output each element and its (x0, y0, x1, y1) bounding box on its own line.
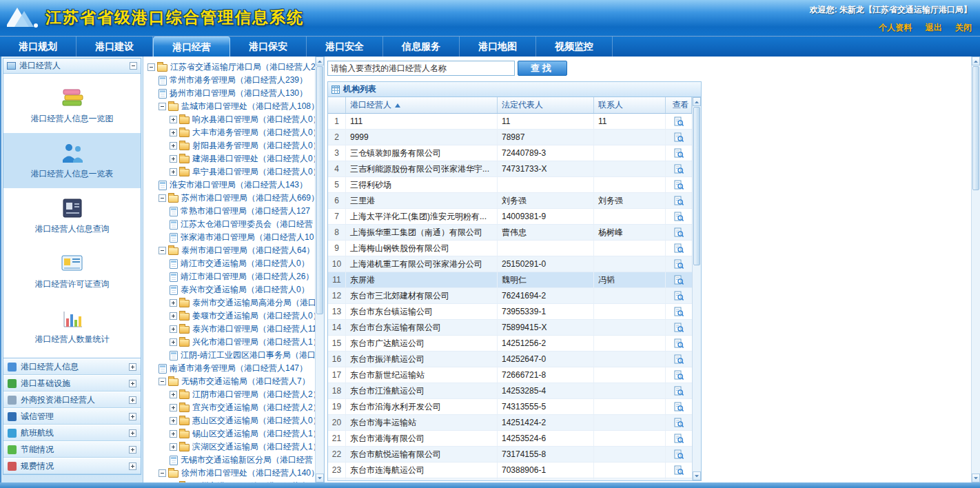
logout-link[interactable]: 退出 (926, 23, 942, 32)
tree-item[interactable]: 盐城市港口管理处（港口经营人108） (146, 100, 315, 113)
tree-item[interactable]: 惠山区交通运输局（港口经营人0） (146, 414, 315, 427)
view-icon[interactable] (674, 418, 684, 428)
table-row[interactable]: 16 东台市振洋航运公司 14252647-0 (328, 352, 692, 367)
scroll-thumb[interactable] (693, 107, 700, 265)
view-cell[interactable] (666, 177, 692, 192)
tree-expander-icon[interactable] (170, 430, 177, 438)
table-row[interactable]: 14 东台市台东运输有限公司 75899415-X (328, 320, 692, 336)
view-cell[interactable] (666, 478, 692, 480)
view-icon[interactable] (674, 370, 684, 380)
tree-item[interactable]: 阜宁县港口管理局（港口经营人0） (146, 165, 315, 179)
view-icon[interactable] (674, 465, 684, 476)
tree-expander-icon[interactable] (170, 338, 177, 346)
tree-item[interactable]: 张家港市港口管理局（港口经营人10 (146, 231, 315, 244)
view-cell[interactable] (666, 209, 692, 224)
table-row[interactable]: 8 上海振华重工集团（南通）有限公司 曹伟忠 杨树峰 (328, 225, 692, 241)
tree-scrollbar[interactable] (315, 57, 324, 482)
view-icon[interactable] (674, 243, 684, 254)
search-input[interactable] (327, 61, 515, 76)
view-cell[interactable] (666, 415, 692, 430)
view-cell[interactable] (666, 320, 692, 335)
table-row[interactable]: 7 上海太平洋化工(集团)淮安元明粉有... 14009381-9 (328, 209, 692, 225)
scroll-thumb[interactable] (316, 66, 323, 314)
view-icon[interactable] (674, 212, 684, 222)
table-row[interactable]: 4 三吉利能源股份有限公司张家港华宇... 74731733-X (328, 161, 692, 177)
view-icon[interactable] (674, 196, 684, 206)
expand-icon[interactable] (129, 396, 136, 404)
tree-item[interactable]: 无锡市交通运输新区分局（港口经营 (146, 454, 315, 467)
col-operator-name[interactable]: 港口经营人 (346, 97, 498, 113)
table-row[interactable]: 10 上海港机重工有限公司张家港分公司 25150291-0 (328, 256, 692, 272)
nav-tab[interactable]: 信息服务 (383, 37, 460, 57)
tree-item[interactable]: 响水县港口管理局（港口经营人0） (146, 113, 315, 126)
view-icon[interactable] (674, 148, 684, 159)
tree-expander-icon[interactable] (170, 325, 177, 333)
expand-icon[interactable] (129, 446, 136, 454)
view-cell[interactable] (666, 383, 692, 398)
sidebar-item-overview-table[interactable]: 港口经营人信息一览表 (3, 133, 141, 188)
scroll-up-icon[interactable] (972, 57, 980, 65)
view-cell[interactable] (666, 256, 692, 272)
view-icon[interactable] (674, 338, 684, 349)
table-row[interactable]: 21 东台市港海有限公司 14253524-6 (328, 431, 692, 447)
view-icon[interactable] (674, 386, 684, 396)
tree-item[interactable]: 江阴-靖江工业园区港口事务局（港口 (146, 349, 315, 362)
close-link[interactable]: 关闭 (955, 23, 972, 32)
tree-item[interactable]: 靖江市港口管理局（港口经营人26） (146, 270, 315, 283)
nav-tab[interactable]: 视频监控 (536, 37, 613, 57)
table-row[interactable]: 22 东台市航悦运输有限公司 73174155-8 (328, 447, 692, 462)
grid-scrollbar[interactable] (692, 97, 701, 480)
sidebar-section[interactable]: 港口经营人信息 (3, 358, 141, 375)
tree-expander-icon[interactable] (170, 299, 177, 307)
view-cell[interactable] (666, 145, 692, 161)
view-icon[interactable] (674, 116, 684, 127)
tree-expander-icon[interactable] (159, 247, 166, 254)
view-cell[interactable] (666, 130, 692, 145)
expand-icon[interactable] (129, 380, 136, 387)
tree-item[interactable]: 姜堰市交通运输局（港口经营人0） (146, 309, 315, 323)
tree-item[interactable]: 泰兴市交通运输局（港口经营人0） (146, 283, 315, 296)
sidebar-section[interactable]: 诚信管理 (3, 408, 141, 425)
collapse-icon[interactable] (130, 62, 137, 70)
expand-icon[interactable] (129, 413, 136, 420)
table-row[interactable]: 13 东台市东台镇运输公司 73955339-1 (328, 304, 692, 320)
tree-item[interactable]: 泰州市港口管理局（港口经营人64） (146, 244, 315, 257)
expand-icon[interactable] (129, 462, 136, 470)
table-row[interactable]: 18 东台市江淮航运公司 14253285-4 (328, 383, 692, 399)
view-cell[interactable] (666, 462, 692, 478)
sidebar-item-license-query[interactable]: 港口经营许可证查询 (3, 243, 141, 298)
view-icon[interactable] (674, 402, 684, 412)
nav-tab[interactable]: 港口规划 (0, 37, 76, 57)
table-row[interactable]: 20 东台市海丰运输站 14251424-2 (328, 415, 692, 431)
view-icon[interactable] (674, 259, 684, 270)
tree-expander-icon[interactable] (159, 378, 166, 385)
view-cell[interactable] (666, 367, 692, 383)
tree-expander-icon[interactable] (159, 469, 166, 477)
nav-tab[interactable]: 港口保安 (230, 37, 307, 57)
tree-expander-icon[interactable] (170, 129, 177, 136)
view-icon[interactable] (674, 449, 684, 460)
col-legal-rep[interactable]: 法定代表人 (498, 97, 594, 113)
tree-item[interactable]: 兴化市港口管理局（港口经营人1） (146, 336, 315, 349)
tree-item[interactable]: 江苏太仓港口管理委员会（港口经营 (146, 218, 315, 231)
tree-item[interactable]: 大丰市港务管理局（港口经营人0） (146, 126, 315, 139)
view-icon[interactable] (674, 291, 684, 301)
table-row[interactable]: 1 111 11 11 (328, 114, 692, 130)
sidebar-section[interactable]: 外商投资港口经营人 (3, 392, 141, 408)
scroll-up-icon[interactable] (693, 97, 701, 106)
view-cell[interactable] (666, 193, 692, 208)
view-icon[interactable] (674, 275, 684, 285)
nav-tab[interactable]: 港口地图 (460, 37, 536, 57)
sidebar-panel-header[interactable]: 港口经营人 (3, 59, 141, 74)
expand-icon[interactable] (129, 429, 136, 437)
tree-item[interactable]: 泰州市交通运输局高港分局（港口经 (146, 296, 315, 309)
view-icon[interactable] (674, 323, 684, 333)
tree-item[interactable]: 邳州市港口管理处（港口经营人36） (146, 480, 315, 482)
scroll-down-icon[interactable] (316, 474, 324, 482)
scroll-up-icon[interactable] (316, 57, 324, 65)
tree-expander-icon[interactable] (170, 391, 177, 398)
sidebar-section[interactable]: 港口基础设施 (3, 375, 141, 392)
view-icon[interactable] (674, 180, 684, 190)
view-icon[interactable] (674, 354, 684, 365)
tree-item[interactable]: 射阳县港务管理局（港口经营人0） (146, 139, 315, 152)
